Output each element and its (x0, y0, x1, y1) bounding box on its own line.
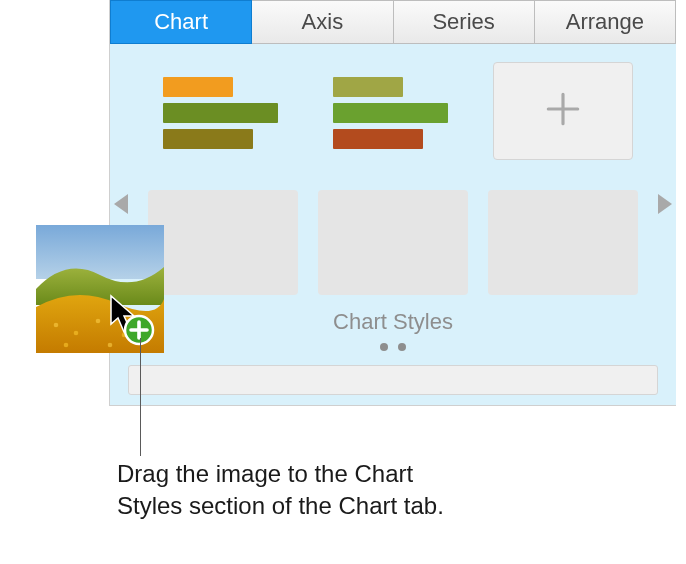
tab-arrange-label: Arrange (566, 9, 644, 35)
svg-rect-0 (36, 225, 164, 279)
chart-style-slot-empty[interactable] (148, 190, 298, 295)
callout-text: Drag the image to the Chart Styles secti… (117, 458, 537, 521)
prev-page-arrow[interactable] (114, 194, 128, 214)
svg-point-7 (108, 343, 113, 348)
chart-style-slot-empty[interactable] (488, 190, 638, 295)
tab-axis[interactable]: Axis (252, 0, 393, 44)
callout-text-line: Drag the image to the Chart (117, 458, 537, 490)
bar (163, 77, 233, 97)
tab-bar: Chart Axis Series Arrange (110, 0, 676, 44)
pager-dot[interactable] (380, 343, 388, 351)
pager (120, 343, 666, 351)
callout-line (140, 338, 141, 456)
style-row-1 (120, 58, 666, 168)
tab-axis-label: Axis (302, 9, 344, 35)
bar (163, 129, 253, 149)
tab-arrange[interactable]: Arrange (535, 0, 676, 44)
inspector-panel: Chart Axis Series Arrange (109, 0, 676, 406)
tab-series[interactable]: Series (394, 0, 535, 44)
pager-dot[interactable] (398, 343, 406, 351)
plus-icon (542, 88, 584, 134)
add-chart-style-button[interactable] (493, 62, 633, 160)
tab-chart[interactable]: Chart (110, 0, 252, 44)
bar (333, 103, 448, 123)
svg-point-5 (142, 323, 147, 328)
chart-style-preset-2[interactable] (323, 58, 473, 168)
chart-styles-section: Chart Styles (110, 44, 676, 405)
tab-series-label: Series (432, 9, 494, 35)
chart-style-slot-empty[interactable] (318, 190, 468, 295)
dropzone[interactable] (128, 365, 658, 395)
chart-styles-label: Chart Styles (120, 309, 666, 335)
tab-chart-label: Chart (154, 9, 208, 35)
svg-point-6 (64, 343, 69, 348)
style-row-2 (120, 190, 666, 295)
callout-text-line: Styles section of the Chart tab. (117, 490, 537, 522)
bar (163, 103, 278, 123)
bar (333, 129, 423, 149)
svg-point-3 (96, 319, 101, 324)
dragged-image-thumbnail[interactable] (36, 225, 164, 353)
svg-point-4 (122, 333, 127, 338)
svg-point-2 (74, 331, 79, 336)
svg-point-1 (54, 323, 59, 328)
next-page-arrow[interactable] (658, 194, 672, 214)
chart-style-preset-1[interactable] (153, 58, 303, 168)
bar (333, 77, 403, 97)
